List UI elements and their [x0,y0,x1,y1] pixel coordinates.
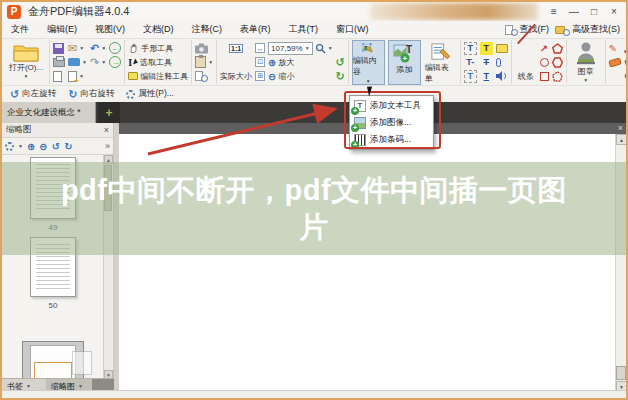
new-page-button[interactable]: ▼ [68,69,87,83]
square-icon [540,72,549,81]
zoom-out-button[interactable]: ⊖缩小 [268,69,333,83]
panel-toolbar: ▼ ⊕ ⊖ ↺ ↻ » [2,138,113,155]
strikeout-tool-button[interactable]: T- [464,55,477,69]
menu-form[interactable]: 表单(R) [231,23,280,36]
document-tab-bar: 企业文化建设概念 * + [2,102,626,123]
document-tab[interactable]: 企业文化建设概念 * [2,102,96,123]
inserted-image-placeholder [34,362,72,379]
select-tool-button[interactable]: I 选取工具 [128,55,172,69]
oval-tool-button[interactable] [540,55,549,69]
underline-button[interactable]: T [480,69,493,83]
thumb-zoom-in-icon[interactable]: ⊕ [27,141,35,152]
headline-overlay: pdf中间不断开，pdf文件中间插一页图 片 [2,162,626,255]
highlight-button[interactable]: T [480,41,493,55]
actual-size-button[interactable]: 1:1 [229,41,243,55]
cloud-tool-button[interactable] [552,69,563,83]
thumb-rotate-left-icon[interactable]: ↺ [52,141,60,152]
fit-width-button[interactable]: ↔ [255,41,265,55]
attach-file-button[interactable] [496,55,508,69]
actual-size-icon: 1:1 [229,44,243,53]
minimize-button[interactable]: — [564,2,584,21]
redo-button[interactable]: ↷▼ [90,55,106,69]
options-gear-icon[interactable] [5,142,14,151]
menu-window[interactable]: 窗口(W) [327,23,378,36]
underline-icon: T [480,70,493,83]
sound-button[interactable] [496,69,508,83]
close-button[interactable]: × [604,2,624,21]
fit-visible-button[interactable]: ⊞ [255,69,265,83]
menu-tools[interactable]: 工具(T) [280,23,328,36]
add-button[interactable]: T + 添加 [388,40,421,85]
typewriter-button[interactable]: T [464,41,477,55]
menu-document[interactable]: 文档(D) [134,23,183,36]
magnifier-icon [511,29,518,36]
thumb-zoom-out-icon[interactable]: ⊖ [39,141,47,152]
page-back-button[interactable]: ← [109,41,121,55]
ghost-document-icon [72,351,92,375]
folder-open-icon [13,42,39,62]
measure-distance-button[interactable]: 距离 [624,41,628,55]
rectangle-tool-button[interactable] [540,69,549,83]
properties-button[interactable]: 属性(P)... [122,88,177,100]
zoom-in-button[interactable]: ⊕放大 [268,55,333,69]
chevron-double-icon[interactable]: » [105,141,110,151]
rotate-right-icon: ↻ [336,70,345,83]
menu-item-add-text-tool[interactable]: T+ 添加文本工具 [351,97,432,114]
find-in-doc-button[interactable] [195,69,213,83]
menu-item-add-image[interactable]: + 添加图像... [351,114,432,131]
rotate-view-left-button[interactable]: ↺ [336,55,345,69]
fit-page-button[interactable]: ⊡ [255,55,265,69]
snapshot-button[interactable] [195,41,213,55]
export-button[interactable] [53,69,65,83]
toolbar-group-file: ✉▼ ▼ ▼ ↶▼ ↷▼ ← → [50,40,125,84]
advanced-find-button[interactable]: 高级查找(S) [555,23,620,36]
polygon-tool-button[interactable] [552,55,563,69]
hand-tool-button[interactable]: 手形工具 [128,41,173,55]
edit-form-button[interactable]: 编辑表单 [424,40,457,85]
edit-annotation-tool-button[interactable]: 编辑注释工具 [128,69,188,83]
edit-form-icon [429,43,451,61]
undo-button[interactable]: ↶▼ [90,41,106,55]
text-frame-button[interactable]: T [464,69,477,83]
thumb-rotate-right-icon[interactable]: ↻ [64,141,72,152]
zoom-tool-icon[interactable] [315,43,326,54]
maximize-button[interactable]: □ [584,2,604,21]
window-menu-icon[interactable]: ≡ [544,2,564,21]
rotate-view-right-button[interactable]: ↻ [336,69,345,83]
menu-file[interactable]: 文件 [2,23,38,36]
rotate-page-right-button[interactable]: ↻ 向右旋转 [64,88,118,101]
zoom-level-select[interactable]: 107,59% ▼ [268,42,313,55]
save-button[interactable] [53,41,65,55]
scan-button[interactable]: ▼ [68,55,87,69]
pencil-tool-button[interactable]: ✎ [609,41,621,55]
scroll-up-icon[interactable]: ▲ [616,134,627,145]
open-button[interactable]: 打开(O)... ▼ [6,40,46,79]
eraser-tool-button[interactable] [609,55,621,69]
document-close-icon[interactable]: × [618,124,626,133]
edit-content-button[interactable]: T 编辑内容 ▼ [352,40,385,85]
line-tool-button[interactable] [515,41,537,67]
scrollbar-thumb[interactable] [616,366,626,380]
arrow-tool-button[interactable]: ↗ [540,41,549,55]
menu-item-add-barcode[interactable]: + 添加条码... [351,131,432,148]
pentagon-tool-button[interactable] [552,41,563,55]
email-button[interactable]: ✉▼ [68,41,87,55]
stamp-icon[interactable] [575,41,597,65]
print-button[interactable] [53,55,65,69]
measure-area-button[interactable]: 面积 [624,69,628,83]
magnifier-icon [201,75,208,82]
menu-edit[interactable]: 编辑(E) [38,23,86,36]
sticky-note-button[interactable] [496,41,508,55]
menu-view[interactable]: 视图(V) [86,23,134,36]
cursor-icon [133,58,139,65]
page-forward-button[interactable]: → [109,55,121,69]
paste-button[interactable]: ▼ [195,55,213,69]
menu-comment[interactable]: 注释(C) [183,23,232,36]
strikethrough-button[interactable]: T [480,55,493,69]
measure-perimeter-button[interactable]: 周长 [624,55,628,69]
panel-close-icon[interactable]: × [104,125,109,135]
rotate-page-left-button[interactable]: ↺ 向左旋转 [6,88,60,101]
zoom-in-label: 放大 [278,57,294,68]
forward-icon: → [109,56,121,68]
new-tab-button[interactable]: + [98,102,120,123]
